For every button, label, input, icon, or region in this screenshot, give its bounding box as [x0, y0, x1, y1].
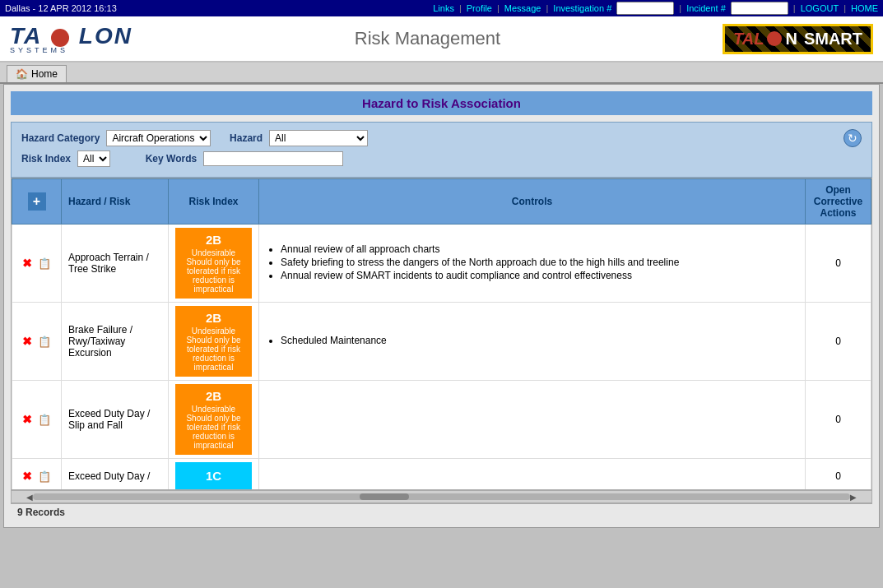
risk-index-cell: 2B Undesirable Should only be tolerated … [169, 381, 259, 459]
col-risk-index: Risk Index [169, 179, 259, 225]
hazard-category-label: Hazard Category [21, 132, 100, 144]
hscroll-thumb[interactable] [360, 493, 409, 500]
hazard-category-select[interactable]: Aircraft Operations [106, 130, 211, 146]
edit-icon[interactable]: 📋 [38, 414, 51, 426]
incident-label: Incident # [686, 3, 726, 13]
app-title: Risk Management [132, 28, 723, 49]
delete-icon[interactable]: ✖ [22, 335, 32, 348]
investigation-label: Investigation # [553, 3, 611, 13]
delete-icon[interactable]: ✖ [22, 413, 32, 426]
controls-cell: Annual review of all approach chartsSafe… [259, 225, 806, 303]
header: TA LON SYSTEMS Risk Management TAL N SMA… [0, 16, 883, 63]
hscroll-track[interactable] [33, 493, 850, 500]
edit-icon[interactable]: 📋 [38, 257, 51, 270]
risk-index-cell: 1C [169, 459, 259, 491]
add-row-button[interactable]: + [28, 192, 46, 211]
investigation-input[interactable] [616, 2, 674, 15]
records-count: 9 Records [11, 503, 872, 521]
delete-icon[interactable]: ✖ [22, 257, 32, 270]
risk-index-cell: 2B Undesirable Should only be tolerated … [169, 303, 259, 381]
controls-cell [259, 381, 806, 459]
message-nav[interactable]: Message [504, 3, 541, 13]
row-actions-cell: ✖ 📋 [12, 303, 62, 381]
hazard-label: Hazard [230, 132, 263, 144]
horizontal-scrollbar[interactable]: ◀ ▶ [11, 490, 872, 503]
smart-label: SMART [804, 30, 862, 49]
filter-area: Hazard Category Aircraft Operations Haza… [11, 122, 872, 178]
col-hazard-risk: Hazard / Risk [62, 179, 169, 225]
links-nav[interactable]: Links [433, 3, 454, 13]
risk-index-select[interactable]: All [77, 150, 110, 167]
table-row: ✖ 📋 Exceed Duty Day / Slip and Fall 2B U… [12, 381, 871, 459]
scroll-right-arrow[interactable]: ▶ [850, 493, 857, 502]
keywords-input[interactable] [203, 151, 343, 166]
controls-cell [259, 459, 806, 491]
table-row: ✖ 📋 Brake Failure / Rwy/Taxiway Excursio… [12, 303, 871, 381]
profile-nav[interactable]: Profile [467, 3, 492, 13]
open-actions-cell: 0 [806, 303, 871, 381]
hazard-cell: Approach Terrain / Tree Strike [62, 225, 169, 303]
smart-badge: TAL N SMART [723, 24, 873, 54]
table-container[interactable]: + Hazard / Risk Risk Index Controls Open [11, 178, 872, 490]
data-table: + Hazard / Risk Risk Index Controls Open [12, 178, 871, 490]
col-add: + [12, 179, 62, 225]
open-actions-cell: 0 [806, 225, 871, 303]
controls-cell: Scheduled Maintenance [259, 303, 806, 381]
hazard-cell: Exceed Duty Day / [62, 459, 169, 491]
scroll-left-arrow[interactable]: ◀ [26, 493, 33, 502]
home-nav[interactable]: HOME [851, 3, 878, 13]
home-icon: 🏠 [16, 68, 28, 80]
delete-icon[interactable]: ✖ [22, 470, 32, 483]
row-actions-cell: ✖ 📋 [12, 459, 62, 491]
main-content: Hazard to Risk Association Hazard Catego… [3, 84, 880, 528]
table-row: ✖ 📋 Approach Terrain / Tree Strike 2B Un… [12, 225, 871, 303]
row-actions-cell: ✖ 📋 [12, 381, 62, 459]
risk-index-cell: 2B Undesirable Should only be tolerated … [169, 225, 259, 303]
hazard-select[interactable]: All [269, 130, 368, 146]
home-tab[interactable]: 🏠 Home [7, 65, 67, 82]
hazard-cell: Exceed Duty Day / Slip and Fall [62, 381, 169, 459]
page-title: Hazard to Risk Association [11, 91, 872, 115]
edit-icon[interactable]: 📋 [38, 470, 51, 483]
table-row: ✖ 📋 Exceed Duty Day / 1C 0 [12, 459, 871, 491]
logo: TA LON SYSTEMS [10, 23, 132, 54]
table-body: ✖ 📋 Approach Terrain / Tree Strike 2B Un… [12, 225, 871, 491]
open-actions-cell: 0 [806, 459, 871, 491]
open-actions-cell: 0 [806, 381, 871, 459]
edit-icon[interactable]: 📋 [38, 336, 51, 348]
col-open-actions: OpenCorrectiveActions [806, 179, 871, 225]
top-navigation: Dallas - 12 APR 2012 16:13 Links | Profi… [0, 0, 883, 16]
datetime-label: Dallas - 12 APR 2012 16:13 [5, 3, 117, 13]
table-wrapper: + Hazard / Risk Risk Index Controls Open [11, 178, 872, 490]
keywords-label: Key Words [146, 153, 197, 164]
col-controls: Controls [259, 179, 806, 225]
hazard-cell: Brake Failure / Rwy/Taxiway Excursion [62, 303, 169, 381]
logout-nav[interactable]: LOGOUT [801, 3, 839, 13]
row-actions-cell: ✖ 📋 [12, 225, 62, 303]
risk-index-label: Risk Index [21, 153, 71, 164]
incident-input[interactable] [731, 2, 788, 15]
home-tab-label: Home [31, 68, 58, 80]
refresh-button[interactable]: ↻ [843, 129, 862, 147]
